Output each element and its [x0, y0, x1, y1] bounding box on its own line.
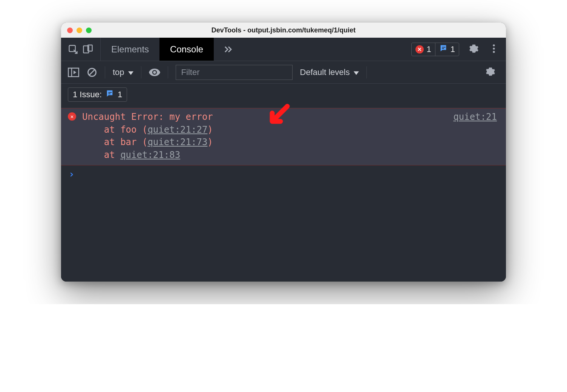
issues-row: 1 Issue: 1: [61, 84, 506, 108]
issues-label: 1 Issue:: [73, 90, 102, 100]
levels-label: Default levels: [300, 67, 350, 77]
stack-prefix: at foo (: [82, 124, 147, 135]
divider: [168, 66, 168, 78]
issue-icon: [439, 44, 447, 55]
error-badge-icon: ✕: [68, 112, 76, 121]
issue-icon: [106, 89, 114, 100]
svg-rect-12: [108, 92, 112, 93]
stack-frame-link[interactable]: quiet:21:73: [147, 137, 207, 147]
live-expression-icon[interactable]: [149, 68, 160, 77]
issues-chip-count: 1: [118, 90, 122, 100]
stack-prefix: at: [82, 150, 120, 160]
tabstrip-right: ✕ 1 1: [405, 38, 506, 61]
filter-input[interactable]: [176, 65, 293, 80]
window-title: DevTools - output.jsbin.com/tukemeq/1/qu…: [61, 26, 506, 34]
console-settings-button[interactable]: [482, 67, 499, 78]
console-prompt[interactable]: ›: [61, 165, 506, 183]
panel-tabstrip: Elements Console ✕ 1 1: [61, 38, 506, 61]
context-selector[interactable]: top: [113, 67, 133, 77]
sidebar-toggle-icon[interactable]: [68, 67, 79, 77]
svg-line-11: [89, 70, 95, 75]
error-text: Uncaught Error: my error at foo (quiet:2…: [69, 111, 498, 161]
tab-console[interactable]: Console: [159, 38, 214, 61]
svg-rect-13: [108, 93, 110, 94]
dropdown-triangle-icon: [354, 67, 359, 77]
console-toolbar: top Default levels: [61, 61, 506, 84]
console-error-message: ✕ quiet:21 Uncaught Error: my error at f…: [61, 108, 506, 165]
settings-button[interactable]: [465, 44, 483, 55]
svg-rect-3: [442, 47, 445, 47]
log-levels-selector[interactable]: Default levels: [300, 67, 359, 77]
titlebar: DevTools - output.jsbin.com/tukemeq/1/qu…: [61, 23, 506, 38]
inspect-element-icon[interactable]: [68, 44, 78, 55]
prompt-caret-icon: ›: [69, 168, 75, 180]
more-menu-button[interactable]: [489, 44, 499, 55]
svg-point-5: [493, 44, 495, 46]
stack-suffix: ): [207, 124, 213, 135]
context-label: top: [113, 67, 124, 77]
stack-suffix: ): [207, 137, 213, 147]
svg-point-6: [493, 47, 495, 49]
tabs-overflow[interactable]: [214, 38, 242, 61]
stack-frame-link[interactable]: quiet:21:27: [147, 124, 207, 135]
error-title: Uncaught Error: my error: [82, 112, 213, 122]
issues-pill[interactable]: 1: [435, 43, 459, 56]
issues-chip[interactable]: 1 Issue: 1: [68, 87, 127, 102]
errors-count: 1: [427, 44, 431, 54]
dropdown-triangle-icon: [128, 67, 133, 77]
stack-frame-link[interactable]: quiet:21:83: [120, 150, 180, 160]
device-toolbar-icon[interactable]: [82, 44, 93, 55]
status-pills: ✕ 1 1: [411, 43, 460, 56]
error-icon: ✕: [415, 45, 424, 54]
issues-count: 1: [451, 44, 455, 54]
chevron-double-right-icon: [223, 45, 233, 54]
svg-point-7: [493, 51, 495, 53]
stack-prefix: at bar (: [82, 137, 147, 147]
svg-rect-4: [442, 48, 444, 49]
divider: [105, 66, 105, 78]
inspect-tools: [61, 38, 101, 61]
clear-console-icon[interactable]: [87, 67, 97, 78]
source-link[interactable]: quiet:21: [453, 112, 497, 122]
devtools-window: DevTools - output.jsbin.com/tukemeq/1/qu…: [61, 23, 506, 282]
divider: [141, 66, 141, 78]
errors-pill[interactable]: ✕ 1: [412, 43, 435, 56]
divider: [366, 66, 367, 78]
tab-elements[interactable]: Elements: [101, 38, 159, 61]
console-messages: ✕ quiet:21 Uncaught Error: my error at f…: [61, 108, 506, 282]
